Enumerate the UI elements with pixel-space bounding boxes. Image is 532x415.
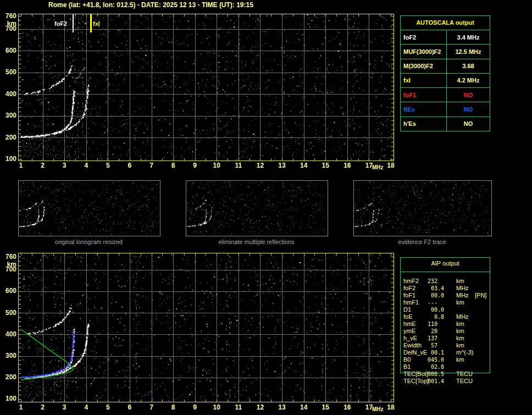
aip-row-value: 00.0 xyxy=(428,306,444,313)
thumbnail-eliminate-canvas xyxy=(186,181,326,235)
autoscala-row-label: M(3000)F2 xyxy=(401,59,447,73)
aip-row-value: --- xyxy=(428,299,437,306)
aip-row-unit: MHz xyxy=(456,285,469,292)
aip-row-value: 001.4 xyxy=(428,378,444,385)
aip-row-unit: TECU xyxy=(456,370,473,378)
x-tick-label: 16 xyxy=(339,162,356,169)
aip-row-label: D1 xyxy=(403,306,411,313)
y-tick-label: 760 xyxy=(0,13,16,20)
x-tick-label: 6 xyxy=(121,404,138,411)
aip-row-b0: B0045.0km xyxy=(400,356,494,363)
y-tick-label: 600 xyxy=(0,47,16,54)
aip-row-hmf2: hmF2232km xyxy=(400,278,494,285)
thumbnail-caption-eliminate: eliminate multiple reflections xyxy=(186,239,327,245)
aip-row-value: 000.5 xyxy=(428,370,444,378)
aip-row-value: 232 xyxy=(428,278,437,285)
aip-row-label: hmE xyxy=(403,320,416,328)
x-tick-label: 12 xyxy=(252,162,268,169)
x-tick-label: 3 xyxy=(56,162,73,169)
aip-row-fof2: foF2 03.4MHz xyxy=(400,285,494,292)
aip-row-label: ymE xyxy=(403,328,415,335)
thumbnail-evidence-f2 xyxy=(353,180,492,236)
autoscala-row-value: 12.5 MHz xyxy=(447,45,490,58)
x-tick-label: 11 xyxy=(230,162,247,169)
x-tick-label: 14 xyxy=(296,162,312,169)
thumbnail-evidence-canvas xyxy=(354,181,490,235)
autoscala-row-fof1: foF1NO xyxy=(401,87,490,102)
x-tick-label: 15 xyxy=(317,162,334,169)
x-tick-label: 3 xyxy=(56,404,73,411)
aip-row-value: 045.0 xyxy=(428,356,444,363)
aip-row-value: 00.1 xyxy=(428,349,444,356)
autoscala-row-value: 4.2 MHz xyxy=(447,74,490,87)
autoscala-row-label: foF1 xyxy=(401,88,447,102)
autoscala-table-header: AUTOSCALA output xyxy=(401,16,490,30)
x-tick-label: 2 xyxy=(35,162,51,169)
x-tick-label: 9 xyxy=(187,162,203,169)
aip-row-value: 57 xyxy=(428,342,437,349)
x-tick-label: 18 xyxy=(383,404,399,411)
aip-row-unit: MHz xyxy=(456,313,469,320)
aip-row-foe: foE 0.8MHz xyxy=(400,313,494,320)
autoscala-row-label: ftEs xyxy=(401,102,447,116)
x-tick-label: 10 xyxy=(208,404,225,411)
autoscala-row-label: MUF(3000)F2 xyxy=(401,45,447,58)
aip-row-label: foF2 xyxy=(403,285,415,292)
x-tick-label: 5 xyxy=(99,162,116,169)
aip-output-table: AIP output hmF2232kmfoF2 03.4MHzfoF1 00.… xyxy=(400,257,494,392)
thumbnail-caption-original: original ionogram resized xyxy=(18,239,159,245)
aip-row-unit: km xyxy=(456,299,464,306)
x-tick-label: 2 xyxy=(35,404,51,411)
aip-row-label: B0 xyxy=(403,356,411,363)
x-tick-label: 17 xyxy=(361,162,377,169)
y-tick-label: 600 xyxy=(0,287,16,295)
aip-row-hmf1: hmF1---km xyxy=(400,299,494,306)
x-tick-label: 4 xyxy=(78,404,95,411)
y-tick-label: 700 xyxy=(0,25,16,32)
autoscala-row-fof2: foF23.4 MHz xyxy=(401,30,490,44)
x-tick-label: 7 xyxy=(143,162,160,169)
x-tick-label: 17 xyxy=(361,404,377,411)
autoscala-row-value: NO xyxy=(447,88,490,102)
x-tick-label: 1 xyxy=(13,404,29,411)
autoscala-row-value: NO xyxy=(447,102,490,116)
x-tick-label: 13 xyxy=(274,162,290,169)
x-tick-label: 16 xyxy=(339,404,356,411)
autoscala-row-ftes: ftEsNO xyxy=(401,102,490,116)
fxi-marker-label: fxI xyxy=(93,20,100,27)
autoscala-row-label: foF2 xyxy=(401,30,447,44)
y-tick-label: 760 xyxy=(0,253,16,261)
x-tick-label: 8 xyxy=(165,162,181,169)
aip-row-unit: km xyxy=(456,320,464,328)
aip-row-label: hmF2 xyxy=(403,278,419,285)
aip-row-value: 02.8 xyxy=(428,363,444,370)
autoscala-table-rows: foF23.4 MHzMUF(3000)F212.5 MHzM(3000)F23… xyxy=(401,30,490,131)
bottom-ionogram-canvas xyxy=(18,253,394,402)
aip-row-ewidth: Ewidth 57km xyxy=(400,342,494,349)
aip-row-unit: km xyxy=(456,356,464,363)
autoscala-output-table: AUTOSCALA output foF23.4 MHzMUF(3000)F21… xyxy=(400,15,490,131)
top-ionogram-canvas xyxy=(18,14,394,161)
y-tick-label: 300 xyxy=(0,352,16,359)
y-tick-label: 500 xyxy=(0,69,16,76)
aip-row-label: hmF1 xyxy=(403,299,419,306)
autoscala-row-muf3000f2: MUF(3000)F212.5 MHz xyxy=(401,44,490,58)
y-tick-label: 500 xyxy=(0,309,16,317)
autoscala-row-value: NO xyxy=(447,117,490,131)
thumbnail-original-canvas xyxy=(19,181,159,235)
aip-row-label: Ewidth xyxy=(403,342,422,349)
autoscala-row-m3000f2: M(3000)F23.68 xyxy=(401,59,490,73)
thumbnail-original-ionogram xyxy=(18,180,160,236)
autoscala-app-window: Rome (lat: +41.8, lon: 012.5) - DATE: 20… xyxy=(0,0,532,415)
aip-row-fof1: foF1 00.0MHz[PN] xyxy=(400,292,494,299)
aip-row-unit: TECU xyxy=(456,378,473,385)
aip-row-value: 0.8 xyxy=(428,313,444,320)
x-tick-label: 18 xyxy=(383,162,399,169)
aip-row-unit: km xyxy=(456,278,464,285)
aip-row-unit: m^(-3) xyxy=(456,349,473,356)
x-tick-label: 13 xyxy=(274,404,290,411)
y-tick-label: 200 xyxy=(0,374,16,381)
x-tick-label: 8 xyxy=(165,404,181,411)
aip-row-value: 20 xyxy=(428,328,437,335)
fof2-marker-label: foF2 xyxy=(54,20,67,27)
